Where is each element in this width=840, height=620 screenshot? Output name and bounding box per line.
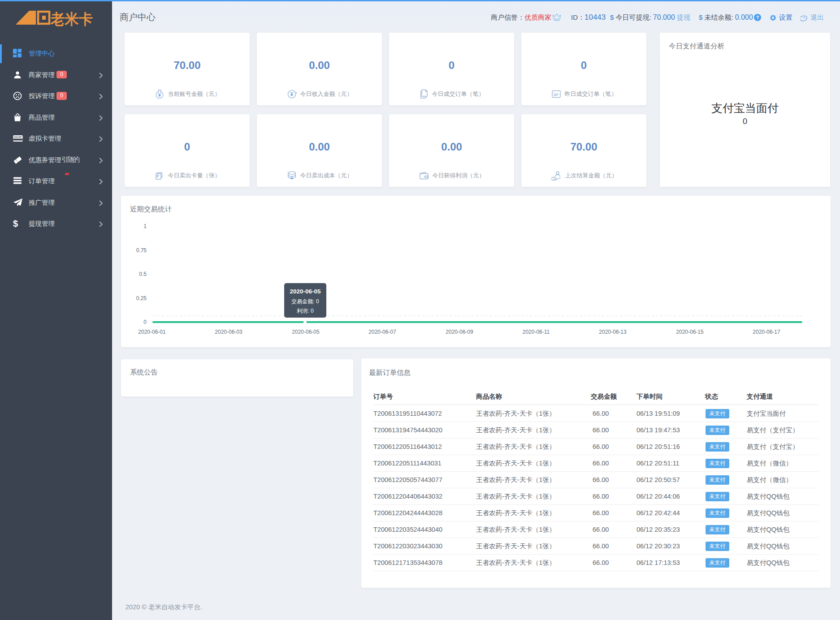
svg-text:老米卡: 老米卡 <box>50 11 93 26</box>
svg-text:ZGCVIP: ZGCVIP <box>14 136 22 138</box>
